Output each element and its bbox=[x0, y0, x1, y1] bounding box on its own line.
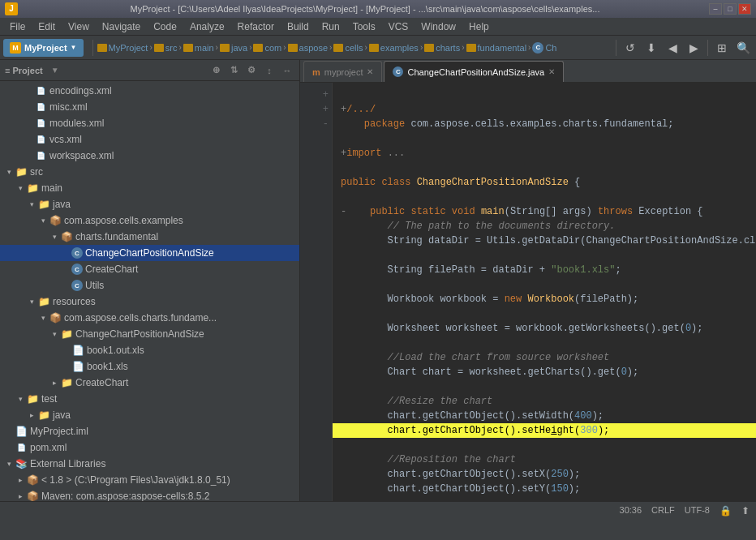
tree-expand-icon: ▾ bbox=[37, 314, 49, 322]
folder-icon bbox=[220, 44, 230, 52]
menu-run[interactable]: Run bbox=[316, 19, 346, 34]
tree-item-book1[interactable]: 📄 book1.xls bbox=[0, 358, 299, 375]
tree-item-package-res[interactable]: ▾ 📦 com.aspose.cells.charts.fundame... bbox=[0, 310, 299, 326]
tree-item-modules[interactable]: 📄 modules.xml bbox=[0, 115, 299, 131]
menu-code[interactable]: Code bbox=[147, 19, 183, 34]
toolbar-search-button[interactable]: 🔍 bbox=[733, 38, 753, 58]
tab-close-button[interactable]: ✕ bbox=[548, 67, 555, 76]
tree-item-test-java[interactable]: ▸ 📁 java bbox=[0, 407, 299, 423]
tree-item-jdk[interactable]: ▸ 📦 < 1.8 > (C:\Program Files\Java\jdk1.… bbox=[0, 472, 299, 488]
tree-item-utils[interactable]: C Utils bbox=[0, 277, 299, 294]
breadcrumb-main[interactable]: main bbox=[183, 43, 214, 53]
tree-expand-icon: ▸ bbox=[15, 492, 26, 500]
breadcrumb-cells[interactable]: cells bbox=[333, 43, 363, 53]
breadcrumb-aspose[interactable]: aspose bbox=[288, 43, 328, 53]
project-sync-btn[interactable]: ⇅ bbox=[226, 63, 241, 78]
breadcrumb-fundamental[interactable]: fundamental bbox=[466, 43, 527, 53]
tree-expand-icon: ▸ bbox=[15, 476, 26, 484]
tree-label: vcs.xml bbox=[49, 134, 82, 145]
menu-tools[interactable]: Tools bbox=[346, 19, 382, 34]
xml-file-icon: 📄 bbox=[34, 101, 47, 114]
minimize-button[interactable]: – bbox=[709, 3, 722, 15]
breadcrumb-com[interactable]: com bbox=[253, 43, 281, 53]
tree-item-maven-aspose[interactable]: ▸ 📦 Maven: com.aspose:aspose-cells:8.5.2 bbox=[0, 488, 299, 501]
tree-label: charts.fundamental bbox=[75, 231, 158, 242]
toolbar-down-arrow-button[interactable]: ⬇ bbox=[642, 38, 661, 58]
project-name-btn[interactable]: M MyProject ▼ bbox=[3, 39, 84, 57]
tree-label: misc.xml bbox=[49, 101, 88, 113]
breadcrumb-ch[interactable]: C Ch bbox=[532, 42, 556, 54]
project-label: MyProject bbox=[24, 43, 67, 53]
toolbar-next-button[interactable]: ▶ bbox=[684, 38, 703, 58]
tree-item-workspace[interactable]: 📄 workspace.xml bbox=[0, 148, 299, 164]
menu-edit[interactable]: Edit bbox=[32, 19, 62, 34]
menu-build[interactable]: Build bbox=[281, 19, 316, 34]
folder-icon bbox=[466, 44, 476, 52]
line-num: + bbox=[303, 102, 329, 117]
package-icon: 📦 bbox=[49, 311, 62, 324]
xls-file-icon: 📄 bbox=[71, 344, 84, 357]
menu-file[interactable]: File bbox=[3, 19, 32, 34]
tree-item-java[interactable]: ▾ 📁 java bbox=[0, 196, 299, 212]
project-panel-title: ≡ Project bbox=[5, 66, 43, 75]
toolbar-refresh-button[interactable]: ↺ bbox=[621, 38, 640, 58]
project-settings-btn[interactable]: ⚙ bbox=[244, 63, 259, 78]
toolbar-prev-button[interactable]: ◀ bbox=[663, 38, 682, 58]
tree-item-book1out[interactable]: 📄 book1.out.xls bbox=[0, 342, 299, 358]
tree-item-change-chart[interactable]: C ChangeChartPositionAndSize bbox=[0, 245, 299, 261]
tree-label: book1.xls bbox=[87, 361, 128, 372]
tree-item-external-libs[interactable]: ▾ 📚 External Libraries bbox=[0, 456, 299, 472]
tree-item-src[interactable]: ▾ 📁 src bbox=[0, 164, 299, 180]
tree-item-package-examples[interactable]: ▾ 📦 com.aspose.cells.examples bbox=[0, 212, 299, 229]
menu-window[interactable]: Window bbox=[415, 19, 462, 34]
breadcrumb-java[interactable]: java bbox=[220, 43, 247, 53]
project-layout-btn[interactable]: ↔ bbox=[280, 63, 294, 78]
breadcrumb-myproject[interactable]: MyProject bbox=[97, 43, 148, 53]
tab-myproject[interactable]: m myproject ✕ bbox=[303, 61, 382, 82]
folder-icon bbox=[183, 44, 193, 52]
toolbar-grid-button[interactable]: ⊞ bbox=[712, 38, 732, 58]
tree-item-create-chart-folder[interactable]: ▸ 📁 CreateChart bbox=[0, 375, 299, 391]
encoding[interactable]: UTF-8 bbox=[685, 505, 710, 516]
tree-item-main[interactable]: ▾ 📁 main bbox=[0, 180, 299, 196]
code-content[interactable]: +/.../ package com.aspose.cells.examples… bbox=[333, 83, 756, 501]
tree-label: java bbox=[53, 199, 71, 210]
status-bar: 30:36 CRLF UTF-8 🔒 ⬆ bbox=[0, 501, 756, 519]
tree-item-test[interactable]: ▾ 📁 test bbox=[0, 391, 299, 407]
tree-label: Maven: com.aspose:aspose-cells:8.5.2 bbox=[41, 491, 209, 501]
tree-item-create-chart[interactable]: C CreateChart bbox=[0, 261, 299, 277]
tree-item-encodings[interactable]: 📄 encodings.xml bbox=[0, 83, 299, 99]
tree-item-misc[interactable]: 📄 misc.xml bbox=[0, 99, 299, 115]
project-add-btn[interactable]: ⊕ bbox=[208, 63, 223, 78]
close-button[interactable]: ✕ bbox=[738, 3, 751, 15]
menu-view[interactable]: View bbox=[62, 19, 96, 34]
tree-item-myproject-iml[interactable]: 📄 MyProject.iml bbox=[0, 423, 299, 439]
tree-item-resources[interactable]: ▾ 📁 resources bbox=[0, 294, 299, 310]
line-ending[interactable]: CRLF bbox=[651, 505, 675, 516]
class-icon: C bbox=[532, 42, 543, 54]
folder-icon bbox=[154, 44, 164, 52]
menu-navigate[interactable]: Navigate bbox=[96, 19, 147, 34]
maximize-button[interactable]: □ bbox=[724, 3, 737, 15]
tree-item-vcs[interactable]: 📄 vcs.xml bbox=[0, 131, 299, 148]
app-icon: J bbox=[5, 2, 18, 15]
tab-close-button[interactable]: ✕ bbox=[367, 67, 373, 76]
breadcrumb-examples[interactable]: examples bbox=[369, 43, 419, 53]
breadcrumb-src[interactable]: src bbox=[154, 43, 178, 53]
tree-expand-icon: ▸ bbox=[49, 379, 60, 387]
menu-refactor[interactable]: Refactor bbox=[231, 19, 281, 34]
tab-change-chart[interactable]: C ChangeChartPositionAndSize.java ✕ bbox=[384, 61, 564, 82]
folder-icon: 📁 bbox=[37, 295, 50, 308]
tree-expand-icon: ▸ bbox=[26, 411, 37, 419]
project-expand-btn[interactable]: ↕ bbox=[262, 63, 277, 78]
breadcrumb-charts[interactable]: charts bbox=[424, 43, 460, 53]
menu-analyze[interactable]: Analyze bbox=[183, 19, 231, 34]
tree-item-change-chart-folder[interactable]: ▾ 📁 ChangeChartPositionAndSize bbox=[0, 326, 299, 342]
tree-item-package-charts[interactable]: ▾ 📦 charts.fundamental bbox=[0, 229, 299, 245]
editor-tabs: m myproject ✕ C ChangeChartPositionAndSi… bbox=[300, 60, 756, 83]
tree-label: MyProject.iml bbox=[30, 426, 88, 437]
menu-vcs[interactable]: VCS bbox=[382, 19, 415, 34]
package-icon: 📦 bbox=[49, 214, 62, 227]
tree-item-pom[interactable]: 📄 pom.xml bbox=[0, 439, 299, 456]
menu-help[interactable]: Help bbox=[462, 19, 496, 34]
